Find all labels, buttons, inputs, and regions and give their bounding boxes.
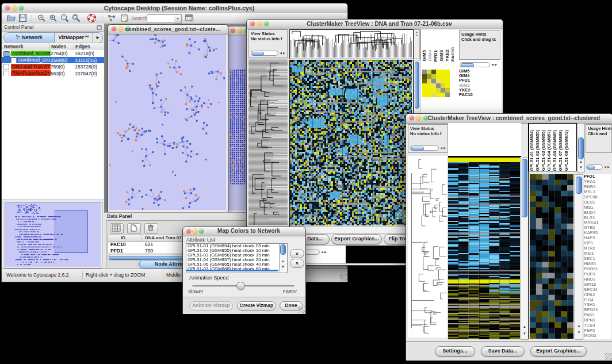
export-graphics-button[interactable]: Export Graphics...	[331, 234, 382, 244]
zoom-heatmap-canvas[interactable]	[530, 174, 573, 339]
attribute-list-scrollbar[interactable]: ▲ ▼	[279, 244, 286, 271]
scroll-down-icon[interactable]: ▼	[575, 330, 583, 335]
scroll-down-icon[interactable]: ▼	[280, 265, 286, 270]
treeview2-titlebar[interactable]: ClusterMaker TreeView : combined_scores_…	[406, 114, 612, 124]
move-up-button[interactable]: ∧	[290, 249, 304, 258]
delete-attribute-button[interactable]	[144, 223, 158, 234]
close-icon[interactable]	[250, 21, 255, 26]
col-nodes[interactable]: Nodes	[51, 44, 66, 49]
close-icon[interactable]	[410, 116, 414, 120]
matrix-row-label[interactable]: PAC10	[459, 93, 473, 97]
matrix-column-label[interactable]: PAC10	[450, 47, 454, 62]
resize-grip[interactable]	[340, 274, 347, 281]
col-network[interactable]: Network	[4, 44, 24, 49]
new-attribute-button[interactable]	[127, 223, 141, 234]
matrix-column-label[interactable]: GPL51-04 (GSM857)	[546, 130, 552, 171]
move-down-button[interactable]: ∨	[290, 259, 304, 268]
matrix-column-label[interactable]: YKE2	[445, 49, 450, 62]
create-vizmap-button[interactable]: Create Vizmap	[237, 301, 276, 311]
correlation-mini-heatmap[interactable]	[422, 70, 450, 97]
scrollbar-thumb[interactable]	[415, 62, 419, 109]
id-column-header[interactable]: ID	[121, 235, 125, 240]
search-dropdown-arrow[interactable]: ▾	[174, 14, 182, 24]
gene-labels-scrollbar[interactable]: ▲ ▼	[575, 174, 583, 340]
heatmap-vscrollbar[interactable]: ▲ ▼	[521, 157, 529, 340]
attribute-item-selected-partial[interactable]	[186, 270, 278, 271]
array-dendrogram-area[interactable]	[448, 123, 521, 157]
network-row-combined-sco-selected[interactable]: combined_sco 2569(6) 13112(15)	[2, 57, 104, 64]
array-dendrogram[interactable]	[289, 29, 414, 59]
zoom-in-icon[interactable]	[48, 14, 58, 22]
resize-grip[interactable]	[605, 353, 612, 360]
usage-hints-scrollbar[interactable]: ◀▶	[586, 164, 610, 170]
scrollbar-thumb[interactable]	[576, 177, 582, 194]
network-row-dna-tran[interactable]: DNA and Tran 07 769(0) 183728(0)	[2, 63, 104, 70]
matrix-column-label[interactable]: GPL51-07 (GSM868)	[558, 130, 564, 171]
close-icon[interactable]	[112, 26, 116, 31]
gene-label[interactable]: MON2	[584, 334, 611, 339]
matrix-column-label[interactable]: GIM3	[439, 50, 444, 62]
birds-eye-view[interactable]	[5, 202, 102, 269]
scrollbar-thumb[interactable]	[578, 137, 584, 159]
tab-overflow-button[interactable]: ▶	[93, 33, 102, 43]
array-dendrogram-canvas[interactable]	[290, 30, 412, 58]
col-edges[interactable]: Edges	[75, 44, 90, 49]
animate-vizmap-button[interactable]: Animate Vizmap	[189, 301, 233, 311]
matrix-column-label[interactable]: GPL51-08 (GSM872)	[564, 130, 569, 171]
matrix-column-label[interactable]: GPL51-01 (GSM854)	[529, 130, 535, 171]
usage-hints-scrollbar[interactable]: ◀▶	[460, 62, 498, 67]
global-heatmap-canvas[interactable]	[448, 157, 520, 339]
zoom-out-icon[interactable]	[37, 14, 47, 22]
scrollbar-thumb[interactable]	[522, 159, 527, 217]
network1-titlebar[interactable]: combined_scores_good.txt--cluste...	[108, 25, 228, 35]
export-graphics-button[interactable]: Export Graphics...	[530, 346, 587, 357]
dialog-titlebar[interactable]: Map Colors to Network	[183, 227, 305, 236]
network1-view-canvas[interactable]	[109, 35, 226, 210]
matrix-column-label[interactable]: GPL51-03 (GSM856)	[541, 130, 546, 171]
float-panel-icon[interactable]	[97, 25, 102, 30]
network-row-combined-scores[interactable]: combined_scores 2764(0) 16218(0)	[2, 50, 104, 57]
view-status-scrollbar[interactable]: ◀▶	[410, 145, 446, 151]
matrix-column-label[interactable]: PFD1	[433, 50, 438, 62]
help-lifering-icon[interactable]	[87, 14, 97, 22]
main-titlebar[interactable]: Cytoscape Desktop (Session Name: collins…	[2, 3, 347, 14]
close-icon[interactable]	[5, 6, 10, 10]
scroll-up-icon[interactable]: ▲	[577, 159, 584, 164]
zoom-selected-icon[interactable]	[60, 14, 70, 22]
attribute-select-button[interactable]	[110, 223, 124, 234]
array-tree-scrollbar[interactable]: ▴▾	[414, 29, 420, 59]
column-labels-scrollbar[interactable]: ▲ ▼	[577, 123, 585, 173]
matrix-column-label[interactable]: GPL51-06 (GSM865)	[552, 130, 558, 171]
scroll-down-icon[interactable]: ▼	[577, 165, 584, 170]
gene-dendrogram-canvas[interactable]	[248, 59, 288, 225]
matrix-column-label[interactable]: GIM4	[427, 50, 433, 62]
annotation-icon[interactable]	[120, 14, 129, 22]
zoom-fit-icon[interactable]	[71, 14, 81, 22]
import-table-icon[interactable]	[185, 14, 194, 22]
scroll-down-icon[interactable]: ▼	[521, 331, 528, 336]
treeview1-titlebar[interactable]: ClusterMaker TreeView : DNA and Tran 07-…	[247, 20, 503, 29]
scroll-up-icon[interactable]: ▲	[521, 324, 528, 329]
global-heatmap-canvas[interactable]	[290, 60, 412, 225]
minimize-icon[interactable]	[238, 28, 242, 33]
scroll-up-icon[interactable]: ▲	[575, 323, 583, 328]
open-session-icon[interactable]	[6, 14, 16, 22]
search-input[interactable]	[147, 14, 175, 22]
global-heatmap[interactable]	[289, 60, 414, 227]
save-data-button[interactable]: Save Data...	[481, 346, 525, 357]
resize-grip[interactable]	[298, 306, 305, 313]
scrollbar-thumb[interactable]	[280, 244, 286, 255]
gene-dendrogram-canvas[interactable]	[408, 156, 447, 338]
view-status-scrollbar[interactable]: ◀▶	[251, 51, 286, 56]
close-icon[interactable]	[186, 229, 191, 233]
network-row-rnapubernov2[interactable]: RNAPuberNov2+! 563(0) 107847(0)	[2, 70, 104, 77]
matrix-column-label[interactable]: GPL51-02 (GSM855)	[535, 130, 541, 171]
network-modify-icon[interactable]	[107, 14, 117, 22]
speed-slider-thumb[interactable]	[236, 282, 245, 290]
tab-vizmapper[interactable]: VizMapper™	[55, 33, 93, 43]
birds-eye-canvas[interactable]	[5, 202, 101, 267]
tab-network[interactable]: Network	[4, 33, 55, 43]
settings-button[interactable]: Settings...	[435, 346, 475, 357]
matrix-column-label[interactable]: GIM5	[422, 50, 427, 62]
save-session-icon[interactable]	[18, 14, 28, 22]
